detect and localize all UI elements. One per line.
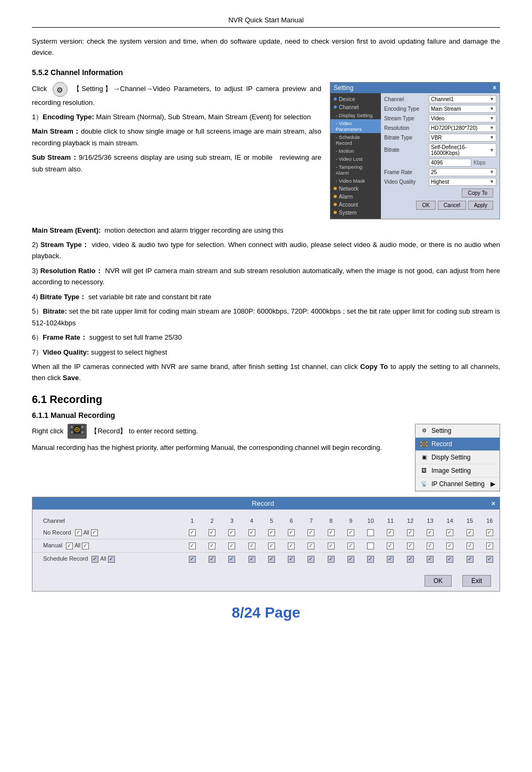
checkbox-manual-11[interactable] [387, 543, 394, 549]
checkbox-no-record-3[interactable] [228, 529, 235, 536]
checkbox-no-record-10[interactable] [367, 529, 374, 536]
no-record-all2-checkbox[interactable] [91, 529, 98, 536]
checkbox-manual-5[interactable] [268, 543, 275, 549]
video-quality-label: Video Quality: [43, 348, 89, 356]
checkbox-manual-10[interactable] [367, 543, 374, 549]
checkbox-sched-9[interactable] [347, 556, 354, 563]
checkbox-no-record-8[interactable] [328, 529, 335, 536]
record-ok-button[interactable]: OK [425, 575, 452, 587]
checkbox-manual-4[interactable] [248, 543, 255, 549]
context-ip-channel[interactable]: 📡 IP Channel Setting ▶ [415, 478, 500, 491]
checkbox-sched-4[interactable] [248, 556, 255, 563]
checkbox-manual-8[interactable] [328, 543, 335, 549]
checkbox-no-record-4[interactable] [248, 529, 255, 536]
checkbox-no-record-15[interactable] [467, 529, 473, 536]
checkbox-no-record-11[interactable] [387, 529, 394, 536]
copy-to-button[interactable]: Copy To [462, 188, 493, 198]
dot-icon [334, 187, 337, 190]
checkbox-manual-6[interactable] [288, 543, 295, 549]
schedule-all-checkbox[interactable] [92, 556, 98, 563]
sidebar-system[interactable]: System [330, 209, 381, 217]
checkbox-manual-2[interactable] [209, 543, 215, 549]
setting-close-button[interactable]: × [493, 84, 496, 92]
no-record-all-checkbox[interactable] [75, 529, 82, 536]
sidebar-motion[interactable]: - Motion [330, 147, 381, 155]
checkbox-sched-12[interactable] [407, 556, 414, 563]
encoding-type-label: Encoding Type: [43, 113, 94, 121]
sidebar-video-mask[interactable]: - Video Mask [330, 177, 381, 185]
checkbox-sched-14[interactable] [446, 556, 453, 563]
checkbox-manual-14[interactable] [446, 543, 453, 549]
checkbox-manual-13[interactable] [427, 543, 434, 549]
click-prefix: Click [32, 85, 51, 93]
checkbox-sched-5[interactable] [268, 556, 275, 563]
checkbox-sched-10[interactable] [367, 556, 374, 563]
manual-text: Right click 【Record】 to enter record set… [32, 424, 404, 491]
checkbox-sched-13[interactable] [427, 556, 434, 563]
record-close-button[interactable]: × [491, 499, 495, 507]
checkbox-manual-16[interactable] [486, 543, 493, 549]
checkbox-no-record-12[interactable] [407, 529, 414, 536]
checkbox-no-record-9[interactable] [347, 529, 354, 536]
checkbox-sched-15[interactable] [467, 556, 473, 563]
sidebar-account[interactable]: Account [330, 201, 381, 209]
sidebar-display-setting[interactable]: - Display Setting [330, 111, 381, 119]
display-icon: ▣ [420, 453, 428, 462]
checkbox-no-record-14[interactable] [446, 529, 453, 536]
col-16: 16 [480, 515, 500, 527]
context-setting[interactable]: ⚙ Setting [415, 424, 500, 438]
ok-button[interactable]: OK [416, 201, 435, 210]
checkbox-no-record-16[interactable] [486, 529, 493, 536]
sidebar-tampering-alarm[interactable]: - Tampering Alarm [330, 163, 381, 177]
checkbox-sched-8[interactable] [328, 556, 335, 563]
sidebar-video-parameters[interactable]: - Video Parameters [330, 119, 381, 133]
checkbox-sched-3[interactable] [228, 556, 235, 563]
checkbox-no-record-13[interactable] [427, 529, 434, 536]
cancel-button[interactable]: Cancel [438, 201, 466, 210]
checkbox-no-record-1[interactable] [189, 529, 196, 536]
col-6: 6 [281, 515, 301, 527]
sidebar-video-lost[interactable]: - Video Lost [330, 155, 381, 163]
context-display-setting[interactable]: ▣ Disply Setting [415, 451, 500, 464]
schedule-all2-checkbox[interactable] [108, 556, 115, 563]
bitrate-input[interactable]: 4096 [429, 159, 471, 167]
field-bitrate-preset: Bitrate Self-Define(16-16000Kbps)▼ [384, 143, 496, 157]
col-12: 12 [401, 515, 420, 527]
col-5: 5 [262, 515, 281, 527]
checkbox-sched-11[interactable] [387, 556, 394, 563]
main-stream-event-label: Main Stream (Event): [32, 226, 101, 234]
checkbox-no-record-5[interactable] [268, 529, 275, 536]
sidebar-alarm[interactable]: Alarm [330, 193, 381, 201]
stream-type-label: Stream Type： [40, 241, 89, 249]
checkbox-manual-1[interactable] [189, 543, 196, 549]
checkbox-manual-9[interactable] [347, 543, 354, 549]
checkbox-manual-3[interactable] [228, 543, 235, 549]
checkbox-sched-2[interactable] [209, 556, 215, 563]
sidebar-network[interactable]: Network [330, 185, 381, 193]
checkbox-no-record-6[interactable] [288, 529, 295, 536]
checkbox-manual-12[interactable] [407, 543, 414, 549]
main-stream-label: Main Stream： [32, 127, 81, 135]
record-exit-button[interactable]: Exit [462, 575, 491, 587]
context-record[interactable]: Record [415, 438, 500, 451]
checkbox-sched-6[interactable] [288, 556, 295, 563]
manual-all2-checkbox[interactable] [82, 543, 89, 549]
checkbox-no-record-2[interactable] [209, 529, 215, 536]
checkbox-sched-16[interactable] [486, 556, 493, 563]
checkbox-no-record-7[interactable] [307, 529, 314, 536]
checkbox-manual-15[interactable] [467, 543, 473, 549]
checkbox-manual-7[interactable] [307, 543, 314, 549]
svg-rect-12 [426, 445, 428, 447]
svg-point-7 [76, 429, 78, 430]
apply-button[interactable]: Apply [468, 201, 493, 210]
sidebar-device[interactable]: Device [330, 95, 381, 103]
setting-dialog-body: Device Channel - Display Setting - Video… [330, 93, 500, 219]
context-image-setting[interactable]: 🖼 Image Setting [415, 464, 500, 478]
manual-all-checkbox[interactable] [66, 543, 73, 549]
section-552-title: 5.5.2 Channel Information [32, 68, 500, 77]
frame-rate-label: Frame Rate： [43, 333, 87, 341]
checkbox-sched-7[interactable] [307, 556, 314, 563]
sidebar-channel[interactable]: Channel [330, 103, 381, 111]
checkbox-sched-1[interactable] [189, 556, 196, 563]
sidebar-schedule-record[interactable]: - Schedule Record [330, 133, 381, 147]
